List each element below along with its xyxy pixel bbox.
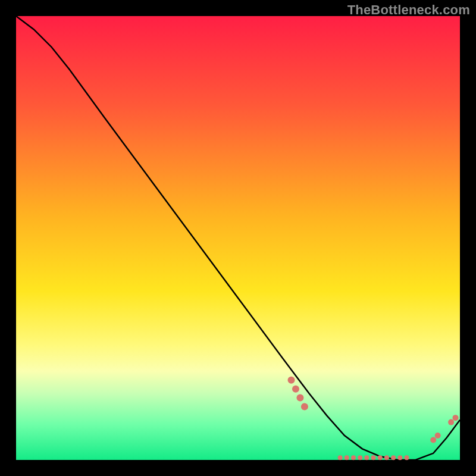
data-marker (351, 455, 356, 460)
data-marker (430, 437, 436, 443)
data-marker (358, 455, 362, 460)
data-marker (448, 419, 454, 425)
data-marker (371, 455, 376, 460)
data-marker (296, 394, 303, 402)
data-marker (404, 455, 409, 460)
chart-stage: TheBottleneck.com (0, 0, 476, 476)
data-marker (364, 455, 369, 460)
data-marker (288, 377, 295, 384)
data-marker (391, 455, 396, 460)
plot-area (16, 16, 460, 460)
bottleneck-curve (16, 16, 460, 460)
markers-group (288, 377, 459, 461)
data-marker (435, 433, 441, 439)
data-marker (384, 455, 389, 460)
data-marker (378, 455, 383, 460)
data-marker (301, 403, 308, 410)
chart-svg (16, 16, 460, 460)
data-marker (338, 455, 343, 460)
data-marker (453, 415, 459, 421)
watermark-text: TheBottleneck.com (347, 2, 470, 18)
data-marker (345, 455, 349, 460)
data-marker (397, 455, 402, 460)
data-marker (292, 386, 299, 393)
